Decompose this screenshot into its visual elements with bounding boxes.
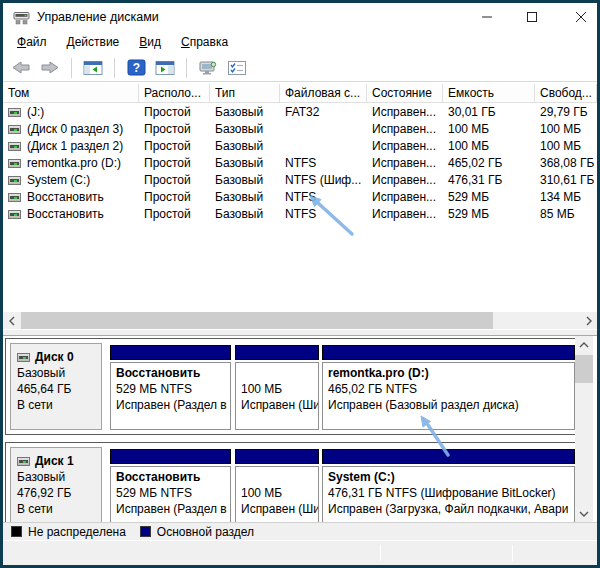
menu-action[interactable]: Действие (57, 32, 130, 52)
disk0-partition-efi[interactable]: 100 МБ Исправен (Ши (235, 345, 319, 430)
table-row[interactable]: Восстановить Простой Базовый NTFS Исправ… (3, 206, 597, 223)
statusbar-divider (512, 545, 513, 561)
minimize-button[interactable] (471, 5, 503, 29)
unallocated-swatch (11, 526, 22, 537)
volume-table-header: Том Располо... Тип Файловая с... Состоян… (3, 84, 597, 103)
status-bar (3, 540, 597, 565)
forward-icon[interactable] (38, 57, 62, 79)
volume-icon (8, 193, 21, 202)
disk0-partition-recovery[interactable]: Восстановить 529 МБ NTFS Исправен (Разде… (110, 345, 231, 430)
disk1-partition-c[interactable]: System (C:) 476,31 ГБ NTFS (Шифрование B… (322, 449, 575, 522)
col-header-filesystem[interactable]: Файловая с... (280, 84, 367, 103)
disk-row-1: Диск 1 Базовый 476,92 ГБ В сети Восстано… (5, 442, 576, 522)
volume-icon (8, 159, 21, 168)
legend-primary-partition: Основной раздел (140, 525, 254, 539)
scrollbar-thumb[interactable] (575, 355, 593, 383)
volume-icon (8, 210, 21, 219)
table-row[interactable]: (Диск 1 раздел 2) Простой Базовый Исправ… (3, 138, 597, 155)
scroll-left-icon[interactable] (3, 312, 20, 329)
pane-splitter[interactable] (3, 329, 597, 336)
disk-icon (17, 353, 30, 362)
close-button[interactable] (565, 5, 597, 29)
disk1-label[interactable]: Диск 1 Базовый 476,92 ГБ В сети (10, 447, 102, 522)
disk0-label[interactable]: Диск 0 Базовый 465,64 ГБ В сети (10, 343, 102, 430)
volume-icon (8, 125, 21, 134)
table-row[interactable]: Восстановить Простой Базовый NTFS Исправ… (3, 189, 597, 206)
display-icon[interactable] (196, 57, 220, 79)
svg-text:?: ? (132, 61, 139, 75)
primary-partition-band (110, 449, 231, 464)
legend-unallocated: Не распределена (11, 525, 126, 539)
volume-rows: (J:) Простой Базовый FAT32 Исправен... 3… (3, 104, 597, 223)
toolbar-separator (186, 58, 187, 78)
volume-icon (8, 176, 21, 185)
disk1-partition-efi[interactable]: 100 МБ Исправен (Ши (235, 449, 319, 522)
volume-list-pane: Том Располо... Тип Файловая с... Состоян… (3, 82, 597, 312)
menu-help[interactable]: Справка (171, 32, 238, 52)
table-row[interactable]: remontka.pro (D:) Простой Базовый NTFS И… (3, 155, 597, 172)
task-list-icon[interactable] (225, 57, 249, 79)
primary-partition-band (322, 345, 575, 360)
horizontal-scrollbar[interactable] (3, 312, 597, 329)
toolbar: ? (3, 54, 597, 82)
col-header-volume[interactable]: Том (3, 84, 139, 103)
disk-row-0: Диск 0 Базовый 465,64 ГБ В сети Восстано… (5, 338, 576, 435)
primary-partition-band (322, 449, 575, 464)
primary-partition-band (110, 345, 231, 360)
window-title: Управление дисками (37, 10, 159, 24)
graphical-view-pane: Диск 0 Базовый 465,64 ГБ В сети Восстано… (3, 336, 597, 522)
menu-file[interactable]: Файл (7, 32, 57, 52)
col-header-status[interactable]: Состояние (367, 84, 443, 103)
menu-view[interactable]: Вид (129, 32, 171, 52)
disk-management-window: Управление дисками Файл Действие Вид Спр… (0, 0, 600, 568)
scrollbar-thumb[interactable] (21, 312, 493, 329)
disk-icon (17, 457, 30, 466)
back-icon[interactable] (9, 57, 33, 79)
show-action-pane-icon[interactable] (153, 57, 177, 79)
toolbar-separator (71, 58, 72, 78)
statusbar-divider (380, 545, 381, 561)
show-console-tree-icon[interactable] (81, 57, 105, 79)
volume-icon (8, 142, 21, 151)
disk-drive-icon (13, 10, 30, 28)
col-header-layout[interactable]: Располо... (139, 84, 210, 103)
scroll-right-icon[interactable] (580, 312, 597, 329)
disk0-partition-d[interactable]: remontka.pro (D:) 465,02 ГБ NTFS Исправе… (322, 345, 575, 430)
help-icon[interactable]: ? (124, 57, 148, 79)
table-row[interactable]: (Диск 0 раздел 3) Простой Базовый Исправ… (3, 121, 597, 138)
primary-partition-band (235, 345, 319, 360)
table-row[interactable]: (J:) Простой Базовый FAT32 Исправен... 3… (3, 104, 597, 121)
volume-icon (8, 108, 21, 117)
scroll-up-icon[interactable] (575, 336, 593, 353)
primary-partition-band (235, 449, 319, 464)
table-row[interactable]: System (C:) Простой Базовый NTFS (Шиф...… (3, 172, 597, 189)
primary-partition-swatch (140, 526, 151, 537)
maximize-button[interactable] (516, 5, 548, 29)
scroll-down-icon[interactable] (575, 505, 593, 522)
vertical-scrollbar[interactable] (575, 336, 593, 522)
disk1-partition-recovery[interactable]: Восстановить 529 МБ NTFS Исправен (Разде… (110, 449, 231, 522)
legend-bar: Не распределена Основной раздел (3, 522, 597, 540)
title-bar: Управление дисками (3, 3, 597, 30)
col-header-type[interactable]: Тип (210, 84, 280, 103)
col-header-free[interactable]: Свобод... (535, 84, 597, 103)
toolbar-separator (114, 58, 115, 78)
col-header-capacity[interactable]: Емкость (443, 84, 535, 103)
menu-bar: Файл Действие Вид Справка (3, 30, 597, 54)
